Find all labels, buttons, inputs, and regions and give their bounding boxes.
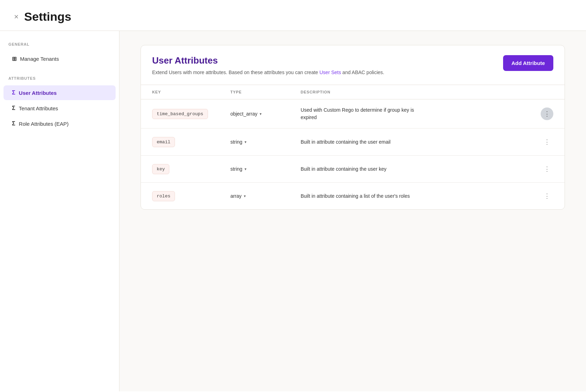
table-header-row: KEY TYPE DESCRIPTION [141,85,565,99]
table-row: rolesarray▾Built in attribute containing… [141,183,565,210]
description-text: Built in attribute containing a list of … [301,192,420,200]
card-description: Extend Users with more attributes. Based… [152,69,384,76]
sidebar-item-tenant-attributes[interactable]: Σ Tenant Attributes [4,101,116,116]
description-text: Built in attribute containing the user e… [301,138,420,146]
more-options-button[interactable]: ⋮ [541,136,553,148]
description-text: Used with Custom Rego to determine if gr… [301,106,420,121]
table-row: time_based_groupsobject_array▾Used with … [141,99,565,129]
description-text-2: and ABAC policies. [341,70,384,75]
col-header-description: DESCRIPTION [289,85,529,99]
user-sets-link[interactable]: User Sets [319,70,341,75]
sidebar-item-user-attributes[interactable]: Σ User Attributes [4,85,116,100]
chevron-down-icon: ▾ [244,194,246,198]
more-options-button[interactable]: ⋮ [541,107,553,120]
sidebar-item-label: Manage Tenants [20,56,59,62]
key-badge: time_based_groups [152,109,208,119]
sigma-icon-role: Σ [12,120,15,127]
sidebar-section-label-general: GENERAL [0,42,119,51]
chevron-down-icon: ▾ [260,112,262,116]
key-badge: key [152,164,169,174]
page-header: × Settings [0,0,586,31]
sidebar-section-label-attributes: ATTRIBUTES [0,76,119,85]
sidebar-item-role-attributes[interactable]: Σ Role Attributes (EAP) [4,116,116,131]
sigma-icon-tenant: Σ [12,105,15,111]
sidebar: GENERAL ⊞ Manage Tenants ATTRIBUTES Σ Us… [0,31,119,391]
type-value: string [230,166,242,172]
card-header-text: User Attributes Extend Users with more a… [152,55,384,76]
key-badge: roles [152,191,175,201]
col-header-action [529,85,565,99]
description-text: Built in attribute containing the user k… [301,165,420,173]
main-layout: GENERAL ⊞ Manage Tenants ATTRIBUTES Σ Us… [0,31,586,391]
chevron-down-icon: ▾ [245,167,247,171]
card-title: User Attributes [152,55,384,66]
more-options-button[interactable]: ⋮ [541,190,553,202]
type-selector[interactable]: string▾ [230,139,247,145]
type-selector[interactable]: array▾ [230,193,246,199]
chevron-down-icon: ▾ [245,140,247,144]
type-value: string [230,139,242,145]
more-options-button[interactable]: ⋮ [541,163,553,175]
type-selector[interactable]: object_array▾ [230,111,262,117]
type-value: array [230,193,242,199]
add-attribute-button[interactable]: Add Attribute [503,55,553,71]
key-badge: email [152,137,175,147]
table-row: keystring▾Built in attribute containing … [141,156,565,183]
main-content: User Attributes Extend Users with more a… [119,31,586,391]
user-attributes-card: User Attributes Extend Users with more a… [141,45,565,210]
table-row: emailstring▾Built in attribute containin… [141,129,565,156]
sigma-icon-user: Σ [12,90,15,96]
col-header-key: KEY [141,85,219,99]
sidebar-item-label-role-attributes: Role Attributes (EAP) [19,121,69,127]
sidebar-item-label-tenant-attributes: Tenant Attributes [19,105,58,111]
type-selector[interactable]: string▾ [230,166,247,172]
sidebar-item-label-user-attributes: User Attributes [19,90,57,96]
card-header: User Attributes Extend Users with more a… [141,45,565,85]
sidebar-item-manage-tenants[interactable]: ⊞ Manage Tenants [4,51,116,66]
building-icon: ⊞ [12,55,17,62]
col-header-type: TYPE [219,85,289,99]
type-value: object_array [230,111,258,117]
attributes-table: KEY TYPE DESCRIPTION time_based_groupsob… [141,85,565,209]
description-text-1: Extend Users with more attributes. Based… [152,70,319,75]
sidebar-section-general: GENERAL ⊞ Manage Tenants [0,42,119,66]
page-title: Settings [24,10,71,24]
sidebar-section-attributes: ATTRIBUTES Σ User Attributes Σ Tenant At… [0,76,119,131]
close-icon[interactable]: × [14,13,19,21]
